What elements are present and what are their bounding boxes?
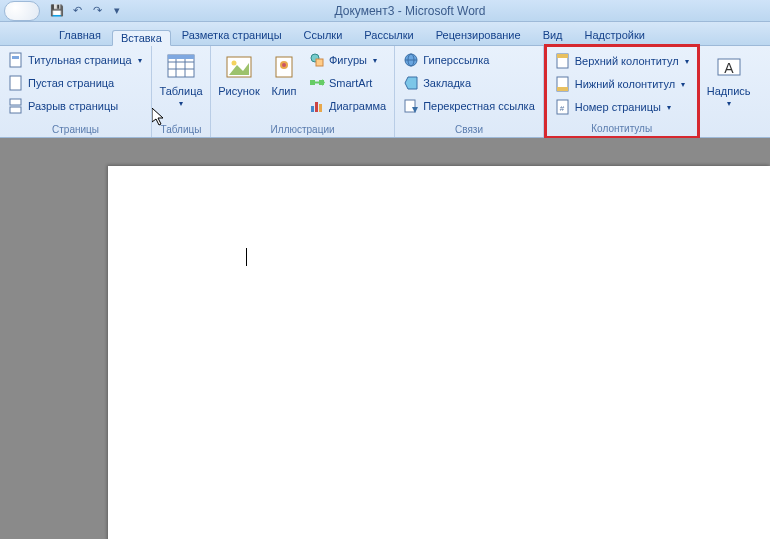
cover-page-label: Титульная страница bbox=[28, 54, 132, 66]
qat-dropdown-icon[interactable]: ▾ bbox=[110, 4, 124, 18]
group-illustrations-label: Иллюстрации bbox=[211, 123, 394, 137]
hyperlink-button[interactable]: Гиперссылка bbox=[399, 49, 539, 71]
document-page[interactable] bbox=[108, 166, 770, 539]
bookmark-button[interactable]: Закладка bbox=[399, 72, 539, 94]
smartart-icon bbox=[309, 75, 325, 91]
group-header-footer: Верхний колонтитул Нижний колонтитул # Н… bbox=[544, 44, 700, 139]
group-pages: Титульная страница Пустая страница Разры… bbox=[0, 46, 152, 137]
blank-page-button[interactable]: Пустая страница bbox=[4, 72, 146, 94]
page-break-icon bbox=[8, 98, 24, 114]
svg-rect-0 bbox=[10, 53, 21, 67]
table-icon bbox=[165, 51, 197, 83]
tab-page-layout[interactable]: Разметка страницы bbox=[171, 25, 293, 45]
group-tables-label: Таблицы bbox=[152, 123, 210, 137]
svg-rect-10 bbox=[168, 55, 194, 59]
cross-ref-label: Перекрестная ссылка bbox=[423, 100, 535, 112]
svg-text:#: # bbox=[560, 104, 565, 113]
page-number-button[interactable]: # Номер страницы bbox=[551, 96, 693, 118]
bookmark-icon bbox=[403, 75, 419, 91]
shapes-button[interactable]: Фигуры bbox=[305, 49, 390, 71]
footer-button[interactable]: Нижний колонтитул bbox=[551, 73, 693, 95]
page-number-icon: # bbox=[555, 99, 571, 115]
textbox-label: Надпись bbox=[707, 85, 751, 97]
shapes-icon bbox=[309, 52, 325, 68]
ribbon-tabs: Главная Вставка Разметка страницы Ссылки… bbox=[0, 22, 770, 46]
chevron-down-icon: ▾ bbox=[727, 99, 731, 108]
textbox-icon: A bbox=[713, 51, 745, 83]
ribbon: Титульная страница Пустая страница Разры… bbox=[0, 46, 770, 138]
hyperlink-label: Гиперссылка bbox=[423, 54, 489, 66]
svg-rect-4 bbox=[10, 107, 21, 113]
page-break-button[interactable]: Разрыв страницы bbox=[4, 95, 146, 117]
blank-page-label: Пустая страница bbox=[28, 77, 114, 89]
svg-point-16 bbox=[282, 63, 286, 67]
cover-page-icon bbox=[8, 52, 24, 68]
footer-icon bbox=[555, 76, 571, 92]
header-icon bbox=[555, 53, 571, 69]
tab-view[interactable]: Вид bbox=[532, 25, 574, 45]
save-icon[interactable]: 💾 bbox=[50, 4, 64, 18]
quick-access-toolbar: 💾 ↶ ↷ ▾ bbox=[44, 4, 130, 18]
svg-rect-23 bbox=[311, 106, 314, 112]
header-label: Верхний колонтитул bbox=[575, 55, 679, 67]
svg-rect-33 bbox=[557, 54, 568, 58]
blank-page-icon bbox=[8, 75, 24, 91]
svg-rect-3 bbox=[10, 99, 21, 105]
header-button[interactable]: Верхний колонтитул bbox=[551, 50, 693, 72]
chevron-down-icon: ▾ bbox=[179, 99, 183, 108]
chart-button[interactable]: Диаграмма bbox=[305, 95, 390, 117]
chart-icon bbox=[309, 98, 325, 114]
page-break-label: Разрыв страницы bbox=[28, 100, 118, 112]
clip-label: Клип bbox=[272, 85, 297, 97]
tab-mailings[interactable]: Рассылки bbox=[353, 25, 424, 45]
group-tables: Таблица ▾ Таблицы bbox=[152, 46, 211, 137]
cross-reference-button[interactable]: Перекрестная ссылка bbox=[399, 95, 539, 117]
group-header-footer-label: Колонтитулы bbox=[547, 122, 697, 136]
svg-rect-25 bbox=[319, 104, 322, 112]
svg-rect-24 bbox=[315, 102, 318, 112]
cover-page-button[interactable]: Титульная страница bbox=[4, 49, 146, 71]
table-label: Таблица bbox=[159, 85, 202, 97]
group-text: A Надпись ▾ bbox=[700, 46, 758, 137]
textbox-button[interactable]: A Надпись ▾ bbox=[704, 49, 754, 110]
table-button[interactable]: Таблица ▾ bbox=[156, 49, 206, 110]
page-number-label: Номер страницы bbox=[575, 101, 661, 113]
picture-icon bbox=[223, 51, 255, 83]
tab-addins[interactable]: Надстройки bbox=[574, 25, 656, 45]
group-links: Гиперссылка Закладка Перекрестная ссылка… bbox=[395, 46, 544, 137]
title-bar: 💾 ↶ ↷ ▾ Документ3 - Microsoft Word bbox=[0, 0, 770, 22]
svg-rect-35 bbox=[557, 87, 568, 91]
group-illustrations: Рисунок Клип Фигуры SmartArt Диаграмма bbox=[211, 46, 395, 137]
svg-point-13 bbox=[232, 61, 237, 66]
group-pages-label: Страницы bbox=[0, 123, 151, 137]
svg-marker-29 bbox=[405, 77, 417, 89]
undo-icon[interactable]: ↶ bbox=[70, 4, 84, 18]
bookmark-label: Закладка bbox=[423, 77, 471, 89]
tab-review[interactable]: Рецензирование bbox=[425, 25, 532, 45]
svg-text:A: A bbox=[724, 60, 734, 76]
smartart-label: SmartArt bbox=[329, 77, 372, 89]
svg-rect-19 bbox=[310, 80, 315, 85]
tab-references[interactable]: Ссылки bbox=[293, 25, 354, 45]
tab-home[interactable]: Главная bbox=[48, 25, 112, 45]
picture-label: Рисунок bbox=[218, 85, 260, 97]
text-caret bbox=[246, 248, 247, 266]
svg-rect-18 bbox=[316, 59, 323, 66]
group-text-label bbox=[700, 123, 758, 137]
shapes-label: Фигуры bbox=[329, 54, 367, 66]
footer-label: Нижний колонтитул bbox=[575, 78, 675, 90]
svg-rect-2 bbox=[10, 76, 21, 90]
svg-rect-30 bbox=[405, 100, 415, 112]
office-button[interactable] bbox=[4, 1, 40, 21]
tab-insert[interactable]: Вставка bbox=[112, 30, 171, 46]
group-links-label: Связи bbox=[395, 123, 543, 137]
svg-rect-1 bbox=[12, 56, 19, 59]
picture-button[interactable]: Рисунок bbox=[215, 49, 263, 99]
smartart-button[interactable]: SmartArt bbox=[305, 72, 390, 94]
clip-icon bbox=[268, 51, 300, 83]
clip-button[interactable]: Клип bbox=[265, 49, 303, 99]
chart-label: Диаграмма bbox=[329, 100, 386, 112]
redo-icon[interactable]: ↷ bbox=[90, 4, 104, 18]
document-area bbox=[0, 138, 770, 539]
cross-ref-icon bbox=[403, 98, 419, 114]
